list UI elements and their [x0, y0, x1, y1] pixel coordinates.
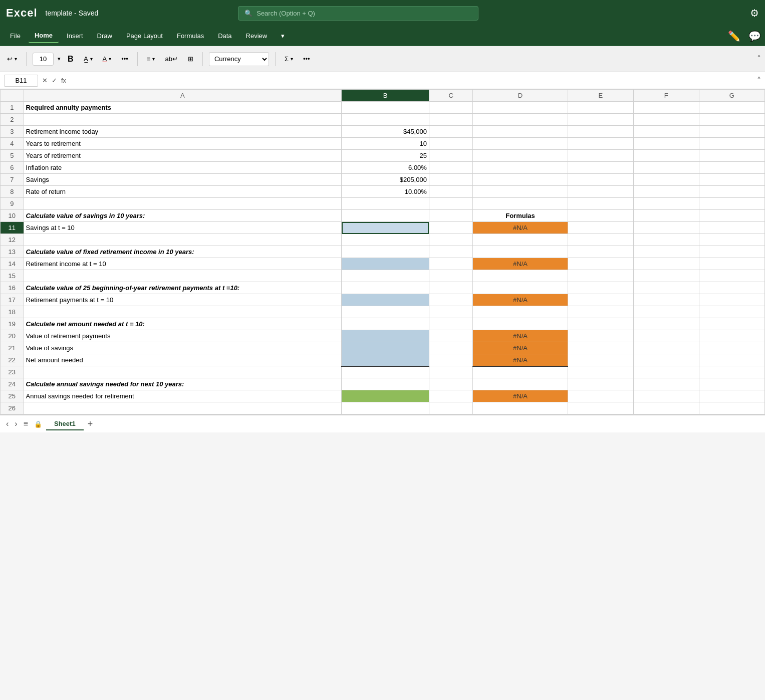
cell-A7[interactable]: Savings [24, 174, 342, 186]
font-size-chevron-icon[interactable]: ▾ [58, 56, 61, 62]
col-header-F[interactable]: F [633, 90, 699, 102]
cell-D6[interactable] [473, 162, 568, 174]
cell-D7[interactable] [473, 174, 568, 186]
cell-B18[interactable] [342, 306, 429, 318]
cell-G13[interactable] [699, 246, 764, 258]
cell-B11[interactable] [342, 222, 429, 234]
menu-insert[interactable]: Insert [61, 29, 89, 43]
cell-D19[interactable] [473, 318, 568, 330]
cell-F26[interactable] [633, 402, 699, 414]
cell-B5[interactable]: 25 [342, 150, 429, 162]
cell-E3[interactable] [568, 126, 633, 138]
cell-E15[interactable] [568, 270, 633, 282]
row-header-12[interactable]: 12 [1, 234, 24, 246]
cell-F24[interactable] [633, 378, 699, 390]
bold-button[interactable]: B [65, 53, 77, 66]
cell-G19[interactable] [699, 318, 764, 330]
cell-E17[interactable] [568, 294, 633, 306]
col-header-E[interactable]: E [568, 90, 633, 102]
cell-G12[interactable] [699, 234, 764, 246]
cell-B3[interactable]: $45,000 [342, 126, 429, 138]
cell-B2[interactable] [342, 114, 429, 126]
cell-G16[interactable] [699, 282, 764, 294]
row-header-15[interactable]: 15 [1, 270, 24, 282]
cell-G21[interactable] [699, 342, 764, 354]
cell-D12[interactable] [473, 234, 568, 246]
cell-A26[interactable] [24, 402, 342, 414]
cell-A20[interactable]: Value of retirement payments [24, 330, 342, 342]
menu-page-layout[interactable]: Page Layout [120, 29, 169, 43]
comment-icon[interactable]: 💬 [748, 30, 761, 42]
cell-F21[interactable] [633, 342, 699, 354]
menu-file[interactable]: File [4, 29, 27, 43]
cell-F9[interactable] [633, 198, 699, 210]
cell-F3[interactable] [633, 126, 699, 138]
cell-E26[interactable] [568, 402, 633, 414]
cell-F8[interactable] [633, 186, 699, 198]
cell-E14[interactable] [568, 258, 633, 270]
cell-B7[interactable]: $205,000 [342, 174, 429, 186]
cell-E16[interactable] [568, 282, 633, 294]
cell-D16[interactable] [473, 282, 568, 294]
cell-G14[interactable] [699, 258, 764, 270]
cell-A25[interactable]: Annual savings needed for retirement [24, 390, 342, 402]
cell-D24[interactable] [473, 378, 568, 390]
cell-G23[interactable] [699, 366, 764, 378]
cell-E10[interactable] [568, 210, 633, 222]
row-header-5[interactable]: 5 [1, 150, 24, 162]
cell-A8[interactable]: Rate of return [24, 186, 342, 198]
cell-G20[interactable] [699, 330, 764, 342]
cell-G17[interactable] [699, 294, 764, 306]
row-header-16[interactable]: 16 [1, 282, 24, 294]
cell-D14[interactable]: #N/A [473, 258, 568, 270]
cell-C2[interactable] [429, 114, 472, 126]
cell-F11[interactable] [633, 222, 699, 234]
cell-E1[interactable] [568, 102, 633, 114]
cell-E22[interactable] [568, 354, 633, 366]
cell-E6[interactable] [568, 162, 633, 174]
cell-C17[interactable] [429, 294, 472, 306]
cell-B22[interactable] [342, 354, 429, 366]
row-header-10[interactable]: 10 [1, 210, 24, 222]
row-header-1[interactable]: 1 [1, 102, 24, 114]
cell-G1[interactable] [699, 102, 764, 114]
cell-A10[interactable]: Calculate value of savings in 10 years: [24, 210, 342, 222]
cell-B4[interactable]: 10 [342, 138, 429, 150]
undo-button[interactable]: ↩ ▾ [4, 53, 20, 65]
cell-F22[interactable] [633, 354, 699, 366]
cell-C26[interactable] [429, 402, 472, 414]
cell-C14[interactable] [429, 258, 472, 270]
cell-B25[interactable] [342, 390, 429, 402]
cell-F23[interactable] [633, 366, 699, 378]
cell-B24[interactable] [342, 378, 429, 390]
row-header-18[interactable]: 18 [1, 306, 24, 318]
cell-D25[interactable]: #N/A [473, 390, 568, 402]
cell-A21[interactable]: Value of savings [24, 342, 342, 354]
cell-G10[interactable] [699, 210, 764, 222]
merge-button[interactable]: ⊞ [185, 53, 196, 65]
cell-C6[interactable] [429, 162, 472, 174]
cell-G9[interactable] [699, 198, 764, 210]
add-sheet-button[interactable]: + [88, 419, 93, 429]
row-header-17[interactable]: 17 [1, 294, 24, 306]
menu-more-chevron[interactable]: ▾ [275, 29, 291, 43]
row-header-8[interactable]: 8 [1, 186, 24, 198]
cell-B13[interactable] [342, 246, 429, 258]
col-header-B[interactable]: B [342, 90, 429, 102]
cell-C25[interactable] [429, 390, 472, 402]
menu-draw[interactable]: Draw [91, 29, 118, 43]
cell-D1[interactable] [473, 102, 568, 114]
cell-E13[interactable] [568, 246, 633, 258]
cell-D9[interactable] [473, 198, 568, 210]
cell-A6[interactable]: Inflation rate [24, 162, 342, 174]
cell-A4[interactable]: Years to retirement [24, 138, 342, 150]
number-format-select[interactable]: Currency General Number Percentage Accou… [209, 52, 269, 66]
formula-bar-input[interactable] [70, 77, 753, 84]
cell-A11[interactable]: Savings at t = 10 [24, 222, 342, 234]
search-bar[interactable]: 🔍 Search (Option + Q) [238, 6, 478, 21]
cell-D11[interactable]: #N/A [473, 222, 568, 234]
cell-D8[interactable] [473, 186, 568, 198]
cell-E20[interactable] [568, 330, 633, 342]
cell-D13[interactable] [473, 246, 568, 258]
cell-A16[interactable]: Calculate value of 25 beginning-of-year … [24, 282, 342, 294]
